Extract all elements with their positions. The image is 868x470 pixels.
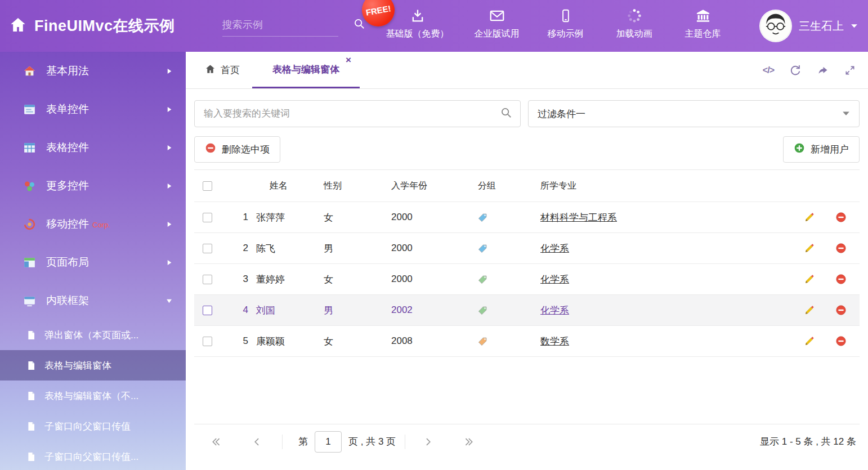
prev-page-icon[interactable] xyxy=(252,436,263,447)
chevron-right-icon xyxy=(166,259,172,266)
table-row[interactable]: 3董婷婷女2000化学系 xyxy=(194,264,860,295)
top-header: FineUIMvc在线示例 FREE!基础版（免费）企业版试用移动示例加载动画主… xyxy=(0,0,868,52)
search-icon[interactable] xyxy=(500,106,512,121)
row-checkbox[interactable] xyxy=(203,213,212,222)
delete-icon[interactable] xyxy=(835,335,847,347)
mobile-icon xyxy=(558,7,573,24)
row-number: 3 xyxy=(228,274,256,285)
column-name: 姓名 xyxy=(256,180,324,192)
sidebar-item-inline-frame[interactable]: 内联框架 xyxy=(0,281,186,320)
file-icon xyxy=(26,451,37,462)
sb-form-icon xyxy=(23,102,37,117)
page-input[interactable] xyxy=(315,431,342,453)
app-window: FineUIMvc在线示例 FREE!基础版（免费）企业版试用移动示例加载动画主… xyxy=(0,0,868,470)
major-link[interactable]: 材料科学与工程系 xyxy=(540,212,617,223)
sb-table-icon xyxy=(23,141,37,155)
major-link[interactable]: 化学系 xyxy=(540,305,569,316)
edit-icon[interactable] xyxy=(804,335,815,347)
home-icon xyxy=(9,16,27,36)
chevron-right-icon xyxy=(166,145,172,151)
header-search-input[interactable] xyxy=(222,19,353,31)
filter-dropdown[interactable]: 过滤条件一 xyxy=(528,100,860,127)
edit-icon[interactable] xyxy=(804,274,815,285)
chevron-down-icon xyxy=(851,21,858,31)
row-checkbox[interactable] xyxy=(203,244,212,253)
forward-icon[interactable] xyxy=(817,64,829,77)
table-row[interactable]: 5康颖颖女2008数学系 xyxy=(194,326,860,357)
sidebar-item-basic-usage[interactable]: 基本用法 xyxy=(0,52,186,90)
pagination-divider xyxy=(405,435,405,449)
sidebar-subitem-3[interactable]: 表格与编辑窗体（不... xyxy=(0,381,186,411)
expand-icon[interactable] xyxy=(844,65,856,76)
add-user-label: 新增用户 xyxy=(811,143,849,156)
sidebar-subitem-4[interactable]: 子窗口向父窗口传值 xyxy=(0,411,186,441)
tag-icon xyxy=(478,213,487,222)
tag-icon xyxy=(478,306,487,315)
row-number: 4 xyxy=(228,305,256,316)
mail-icon xyxy=(489,7,505,24)
first-page-icon[interactable] xyxy=(211,436,222,447)
cell-year: 2008 xyxy=(391,335,476,347)
sb-home-icon xyxy=(23,64,37,78)
table-row[interactable]: 4刘国男2002化学系 xyxy=(194,295,860,326)
header-nav-themes[interactable]: 主题仓库 xyxy=(678,0,728,40)
filter-row: 过滤条件一 xyxy=(186,89,868,127)
delete-icon[interactable] xyxy=(835,212,847,223)
major-link[interactable]: 数学系 xyxy=(540,336,569,347)
table-row[interactable]: 1张萍萍女2000材料科学与工程系 xyxy=(194,202,860,233)
edit-icon[interactable] xyxy=(804,305,815,316)
major-link[interactable]: 化学系 xyxy=(540,243,569,254)
tab-home-label: 首页 xyxy=(221,64,240,77)
delete-icon[interactable] xyxy=(835,305,847,316)
major-link[interactable]: 化学系 xyxy=(540,274,569,285)
header-nav-basic[interactable]: FREE!基础版（免费） xyxy=(382,0,453,40)
select-all-checkbox[interactable] xyxy=(203,181,212,191)
corp-badge: Corp. xyxy=(92,221,110,229)
sidebar-item-more-controls[interactable]: 更多控件 xyxy=(0,167,186,205)
table-row[interactable]: 2陈飞男2000化学系 xyxy=(194,233,860,264)
search-icon[interactable] xyxy=(353,17,365,32)
cell-name: 康颖颖 xyxy=(256,335,324,348)
filter-dropdown-value: 过滤条件一 xyxy=(538,108,585,120)
sidebar-item-page-layout[interactable]: 页面布局 xyxy=(0,243,186,281)
cell-name: 张萍萍 xyxy=(256,211,324,224)
delete-icon[interactable] xyxy=(835,243,847,254)
next-page-icon[interactable] xyxy=(422,436,433,447)
column-gender: 性别 xyxy=(324,180,391,192)
edit-icon[interactable] xyxy=(804,243,815,254)
row-number: 5 xyxy=(228,335,256,347)
sidebar-item-mobile-controls[interactable]: 移动控件Corp. xyxy=(0,205,186,243)
header-nav-loading[interactable]: 加载动画 xyxy=(610,0,659,40)
edit-icon[interactable] xyxy=(804,212,815,223)
row-checkbox[interactable] xyxy=(203,275,212,284)
tag-icon xyxy=(478,337,487,346)
brand[interactable]: FineUIMvc在线示例 xyxy=(9,16,175,36)
delete-icon[interactable] xyxy=(835,274,847,285)
user-menu[interactable]: 三生石上 xyxy=(759,10,858,42)
tab-home[interactable]: 首页 xyxy=(193,52,252,88)
sidebar-subitem-5[interactable]: 子窗口向父窗口传值... xyxy=(0,441,186,470)
refresh-icon[interactable] xyxy=(789,64,802,77)
sidebar-subitem-1[interactable]: 弹出窗体（本页面或... xyxy=(0,320,186,350)
add-user-button[interactable]: 新增用户 xyxy=(783,136,860,163)
code-icon[interactable]: </> xyxy=(763,65,774,75)
cell-year: 2000 xyxy=(391,274,476,285)
header-nav-mobile-demo[interactable]: 移动示例 xyxy=(541,0,590,40)
row-checkbox[interactable] xyxy=(203,337,212,346)
row-checkbox[interactable] xyxy=(203,306,212,315)
cell-year: 2002 xyxy=(391,305,476,316)
sidebar-item-table-controls[interactable]: 表格控件 xyxy=(0,128,186,167)
keyword-search-input[interactable] xyxy=(204,108,500,119)
delete-selected-button[interactable]: 删除选中项 xyxy=(194,136,280,163)
sidebar-item-form-controls[interactable]: 表单控件 xyxy=(0,90,186,128)
file-icon xyxy=(26,421,37,432)
chevron-down-icon xyxy=(842,111,850,117)
sidebar-subitems: 弹出窗体（本页面或...表格与编辑窗体表格与编辑窗体（不...子窗口向父窗口传值… xyxy=(0,320,186,470)
sidebar-subitem-2[interactable]: 表格与编辑窗体 xyxy=(0,350,186,381)
header-nav-enterprise[interactable]: 企业版试用 xyxy=(472,0,522,40)
file-icon xyxy=(26,330,37,341)
tab-active[interactable]: 表格与编辑窗体 × xyxy=(252,52,360,88)
last-page-icon[interactable] xyxy=(463,436,474,447)
close-icon[interactable]: × xyxy=(346,55,351,65)
pagination: 第 页 , 共 3 页 显示 1 - 5 条 , 共 12 条 xyxy=(194,424,860,459)
